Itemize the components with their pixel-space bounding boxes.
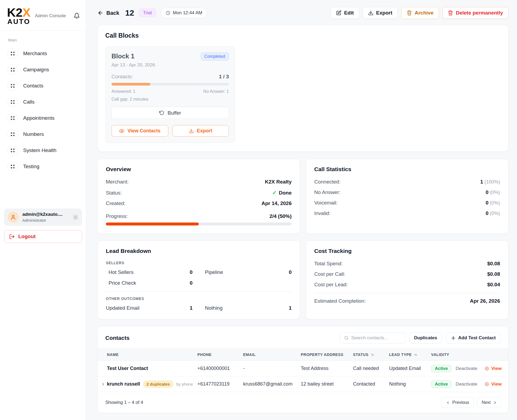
sidebar-item-system-health[interactable]: System Health <box>4 142 82 158</box>
created-label: Created: <box>106 200 125 206</box>
stat-label: No Answer: <box>314 189 340 195</box>
call-blocks-title: Call Blocks <box>105 32 501 39</box>
block-contacts-label: Contacts: <box>111 74 133 80</box>
export-label: Export <box>376 10 392 16</box>
stat-value: 0(0%) <box>485 210 500 216</box>
block-name: Block 1 <box>111 52 134 60</box>
check-icon: ✓ <box>272 190 277 196</box>
active-badge: Active <box>431 365 452 372</box>
progress-label: Progress: <box>106 213 128 219</box>
sidebar-item-numbers[interactable]: Numbers <box>4 126 82 142</box>
view-button[interactable]: View <box>484 382 503 387</box>
block-export-button[interactable]: Export <box>172 125 229 137</box>
stat-label: Connected: <box>314 179 340 185</box>
sidebar-item-merchants[interactable]: Merchants <box>4 45 82 62</box>
cost-value: $0.08 <box>487 271 500 277</box>
column-status[interactable]: STATUS <box>353 352 389 357</box>
clock-icon <box>166 10 170 15</box>
duplicates-button[interactable]: Duplicates <box>409 332 442 344</box>
grid-dots-icon <box>8 129 18 139</box>
table-header: NAME PHONE EMAIL PROPERTY ADDRESS STATUS… <box>98 348 508 361</box>
overview-card: Overview Merchant: K2X Realty Status: ✓D… <box>97 159 300 234</box>
table-row[interactable]: krunch russell 2 duplicates by phone +61… <box>98 376 508 392</box>
add-test-contact-button[interactable]: Add Test Contact <box>446 332 501 344</box>
view-button[interactable]: View <box>484 366 503 371</box>
export-button[interactable]: Export <box>363 7 398 19</box>
column-address: PROPERTY ADDRESS <box>301 352 353 357</box>
grid-dots-icon <box>8 145 18 156</box>
target-icon <box>484 366 489 371</box>
contacts-search[interactable] <box>340 332 406 344</box>
bell-icon[interactable] <box>74 13 80 19</box>
trash-icon <box>448 10 453 16</box>
cost-label: Total Spend: <box>314 261 343 267</box>
table-row[interactable]: Test User Contact +61400000001 - Test Ad… <box>98 361 508 376</box>
nothing-row: Nothing 1 <box>205 305 292 311</box>
block-no-answer: No Answer: 1 <box>203 89 229 94</box>
chevron-right-icon <box>493 401 497 405</box>
archive-button[interactable]: Archive <box>401 7 439 19</box>
nav-section-label: Main <box>8 38 78 42</box>
sidebar-item-label: Campaigns <box>23 67 49 73</box>
sidebar-item-appointments[interactable]: Appointments <box>4 110 82 126</box>
cost-label: Cost per Lead: <box>314 282 348 288</box>
buffer-button[interactable]: Buffer <box>111 107 229 119</box>
column-name: NAME <box>107 352 197 357</box>
sidebar-item-campaigns[interactable]: Campaigns <box>4 62 82 78</box>
contact-status: Contacted <box>353 381 389 387</box>
block-progress-bar <box>111 83 229 86</box>
sidebar-item-calls[interactable]: Calls <box>4 94 82 110</box>
previous-button[interactable]: Previous <box>441 397 474 408</box>
merchant-label: Merchant: <box>106 179 128 185</box>
user-meta: admin@k2xauto.... Administrator <box>22 212 63 223</box>
active-badge: Active <box>431 380 452 388</box>
user-card[interactable]: admin@k2xauto.... Administrator <box>4 209 82 226</box>
user-email: admin@k2xauto.... <box>22 212 63 217</box>
download-icon <box>189 128 194 133</box>
sidebar-item-label: Testing <box>23 164 39 170</box>
column-validity: VALIDITY <box>431 352 503 357</box>
call-statistics-card: Call Statistics Connected: 1(100%) No An… <box>306 159 508 234</box>
sidebar-item-label: Appointments <box>23 115 54 121</box>
edit-button[interactable]: Edit <box>331 7 359 19</box>
sidebar-item-label: Contacts <box>23 83 43 89</box>
next-button[interactable]: Next <box>477 397 502 408</box>
contact-email: - <box>243 366 301 371</box>
cost-tracking-card: Cost Tracking Total Spend: $0.08 Cost pe… <box>306 241 508 319</box>
page-header: Back 12 Trial Mon 12:44 AM Edit Export <box>97 7 508 19</box>
contact-email: kruss6867@gmail.com <box>243 381 301 387</box>
deactivate-button[interactable]: Deactivate <box>456 366 477 371</box>
view-contacts-button[interactable]: View Contacts <box>111 125 168 137</box>
status-value: ✓Done <box>272 189 292 196</box>
created-value: Apr 14, 2026 <box>261 200 292 206</box>
contact-name: Test User Contact <box>107 366 197 371</box>
logo-auto: AUTO <box>7 18 30 25</box>
overview-title: Overview <box>106 166 292 172</box>
trial-badge: Trial <box>139 9 156 17</box>
delete-permanently-button[interactable]: Delete permanently <box>442 7 508 19</box>
deactivate-button[interactable]: Deactivate <box>456 382 477 387</box>
search-icon <box>344 336 349 340</box>
edit-label: Edit <box>344 10 354 16</box>
search-input[interactable] <box>351 335 401 341</box>
plus-icon <box>451 336 456 341</box>
status-label: Status: <box>106 190 122 196</box>
cost-tracking-title: Cost Tracking <box>314 248 500 254</box>
back-button[interactable]: Back <box>97 10 119 16</box>
sidebar: K2X AUTO Admin Console Main Merchants Ca… <box>0 0 86 420</box>
block-export-label: Export <box>197 128 212 134</box>
sidebar-item-contacts[interactable]: Contacts <box>4 78 82 94</box>
pipeline-row: Pipeline 0 <box>205 269 292 275</box>
column-lead-type[interactable]: LEAD TYPE <box>389 352 431 357</box>
gear-icon[interactable] <box>72 214 79 220</box>
call-statistics-title: Call Statistics <box>314 166 500 172</box>
contact-address: Test Address <box>301 366 353 371</box>
column-email: EMAIL <box>243 352 301 357</box>
main-content: Back 12 Trial Mon 12:44 AM Edit Export <box>86 0 517 420</box>
cost-label: Cost per Call: <box>314 271 345 277</box>
logout-button[interactable]: Logout <box>4 230 82 243</box>
k2x-auto-logo: K2X AUTO <box>7 6 31 25</box>
stat-value: 0(0%) <box>485 189 500 195</box>
sidebar-item-testing[interactable]: Testing <box>4 158 82 175</box>
expand-chevron-icon[interactable] <box>101 382 105 386</box>
